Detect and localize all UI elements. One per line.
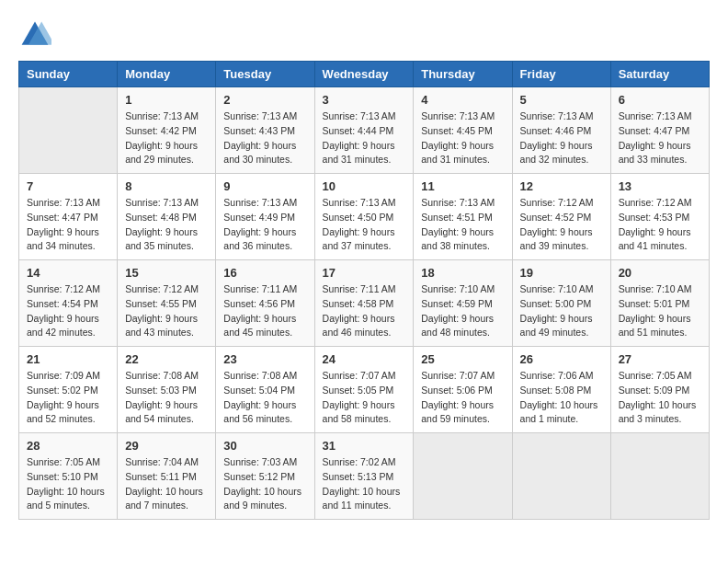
day-number: 2 bbox=[223, 93, 306, 107]
day-cell: 24Sunrise: 7:07 AMSunset: 5:05 PMDayligh… bbox=[314, 347, 414, 433]
day-number: 15 bbox=[125, 266, 208, 280]
day-info: Sunrise: 7:12 AMSunset: 4:53 PMDaylight:… bbox=[619, 196, 701, 254]
day-number: 16 bbox=[223, 266, 306, 280]
day-cell: 19Sunrise: 7:10 AMSunset: 5:00 PMDayligh… bbox=[512, 260, 610, 347]
day-info: Sunrise: 7:13 AMSunset: 4:49 PMDaylight:… bbox=[223, 196, 306, 254]
calendar-table: SundayMondayTuesdayWednesdayThursdayFrid… bbox=[18, 61, 710, 520]
day-number: 6 bbox=[619, 93, 701, 107]
day-info: Sunrise: 7:13 AMSunset: 4:47 PMDaylight:… bbox=[619, 109, 701, 167]
day-cell: 7Sunrise: 7:13 AMSunset: 4:47 PMDaylight… bbox=[19, 174, 118, 260]
day-number: 12 bbox=[520, 179, 603, 193]
day-info: Sunrise: 7:13 AMSunset: 4:51 PMDaylight:… bbox=[421, 196, 504, 254]
day-number: 22 bbox=[125, 352, 208, 366]
day-number: 23 bbox=[223, 352, 306, 366]
day-cell: 20Sunrise: 7:10 AMSunset: 5:01 PMDayligh… bbox=[610, 260, 709, 347]
day-cell: 25Sunrise: 7:07 AMSunset: 5:06 PMDayligh… bbox=[414, 347, 512, 433]
day-number: 30 bbox=[223, 439, 306, 453]
day-number: 10 bbox=[323, 179, 406, 193]
day-info: Sunrise: 7:12 AMSunset: 4:55 PMDaylight:… bbox=[125, 282, 208, 340]
day-info: Sunrise: 7:13 AMSunset: 4:46 PMDaylight:… bbox=[520, 109, 603, 167]
day-cell: 8Sunrise: 7:13 AMSunset: 4:48 PMDaylight… bbox=[118, 174, 216, 260]
day-cell: 17Sunrise: 7:11 AMSunset: 4:58 PMDayligh… bbox=[314, 260, 414, 347]
week-row-4: 21Sunrise: 7:09 AMSunset: 5:02 PMDayligh… bbox=[19, 347, 710, 433]
day-number: 3 bbox=[323, 93, 406, 107]
day-number: 4 bbox=[421, 93, 504, 107]
day-number: 5 bbox=[520, 93, 603, 107]
header-sunday: Sunday bbox=[19, 62, 118, 87]
header-friday: Friday bbox=[512, 62, 610, 87]
day-number: 11 bbox=[421, 179, 504, 193]
day-number: 1 bbox=[125, 93, 208, 107]
day-info: Sunrise: 7:13 AMSunset: 4:42 PMDaylight:… bbox=[125, 109, 208, 167]
day-cell: 28Sunrise: 7:05 AMSunset: 5:10 PMDayligh… bbox=[19, 433, 118, 520]
day-info: Sunrise: 7:13 AMSunset: 4:43 PMDaylight:… bbox=[223, 109, 306, 167]
header-monday: Monday bbox=[118, 62, 216, 87]
day-number: 13 bbox=[619, 179, 701, 193]
day-cell: 10Sunrise: 7:13 AMSunset: 4:50 PMDayligh… bbox=[314, 174, 414, 260]
day-cell bbox=[610, 433, 709, 520]
day-info: Sunrise: 7:13 AMSunset: 4:45 PMDaylight:… bbox=[421, 109, 504, 167]
header-thursday: Thursday bbox=[414, 62, 512, 87]
day-number: 21 bbox=[27, 352, 109, 366]
page-header bbox=[18, 18, 710, 52]
day-number: 25 bbox=[421, 352, 504, 366]
day-cell: 9Sunrise: 7:13 AMSunset: 4:49 PMDaylight… bbox=[216, 174, 314, 260]
day-cell: 18Sunrise: 7:10 AMSunset: 4:59 PMDayligh… bbox=[414, 260, 512, 347]
day-cell: 2Sunrise: 7:13 AMSunset: 4:43 PMDaylight… bbox=[216, 87, 314, 174]
day-cell: 26Sunrise: 7:06 AMSunset: 5:08 PMDayligh… bbox=[512, 347, 610, 433]
day-info: Sunrise: 7:07 AMSunset: 5:06 PMDaylight:… bbox=[421, 369, 504, 427]
day-info: Sunrise: 7:05 AMSunset: 5:10 PMDaylight:… bbox=[27, 455, 109, 513]
day-cell: 31Sunrise: 7:02 AMSunset: 5:13 PMDayligh… bbox=[314, 433, 414, 520]
day-info: Sunrise: 7:13 AMSunset: 4:44 PMDaylight:… bbox=[323, 109, 406, 167]
day-cell: 21Sunrise: 7:09 AMSunset: 5:02 PMDayligh… bbox=[19, 347, 118, 433]
day-cell: 30Sunrise: 7:03 AMSunset: 5:12 PMDayligh… bbox=[216, 433, 314, 520]
day-info: Sunrise: 7:13 AMSunset: 4:47 PMDaylight:… bbox=[27, 196, 109, 254]
day-info: Sunrise: 7:03 AMSunset: 5:12 PMDaylight:… bbox=[223, 455, 306, 513]
day-number: 9 bbox=[223, 179, 306, 193]
day-cell bbox=[512, 433, 610, 520]
day-info: Sunrise: 7:08 AMSunset: 5:03 PMDaylight:… bbox=[125, 369, 208, 427]
week-row-1: 1Sunrise: 7:13 AMSunset: 4:42 PMDaylight… bbox=[19, 87, 710, 174]
day-info: Sunrise: 7:11 AMSunset: 4:56 PMDaylight:… bbox=[223, 282, 306, 340]
day-cell: 29Sunrise: 7:04 AMSunset: 5:11 PMDayligh… bbox=[118, 433, 216, 520]
day-cell: 6Sunrise: 7:13 AMSunset: 4:47 PMDaylight… bbox=[610, 87, 709, 174]
day-info: Sunrise: 7:04 AMSunset: 5:11 PMDaylight:… bbox=[125, 455, 208, 513]
day-info: Sunrise: 7:12 AMSunset: 4:54 PMDaylight:… bbox=[27, 282, 109, 340]
day-cell: 14Sunrise: 7:12 AMSunset: 4:54 PMDayligh… bbox=[19, 260, 118, 347]
day-info: Sunrise: 7:07 AMSunset: 5:05 PMDaylight:… bbox=[323, 369, 406, 427]
day-cell: 12Sunrise: 7:12 AMSunset: 4:52 PMDayligh… bbox=[512, 174, 610, 260]
logo bbox=[18, 18, 57, 52]
day-number: 19 bbox=[520, 266, 603, 280]
day-number: 29 bbox=[125, 439, 208, 453]
header-wednesday: Wednesday bbox=[314, 62, 414, 87]
week-row-3: 14Sunrise: 7:12 AMSunset: 4:54 PMDayligh… bbox=[19, 260, 710, 347]
day-info: Sunrise: 7:13 AMSunset: 4:48 PMDaylight:… bbox=[125, 196, 208, 254]
day-cell bbox=[414, 433, 512, 520]
day-number: 18 bbox=[421, 266, 504, 280]
day-cell: 1Sunrise: 7:13 AMSunset: 4:42 PMDaylight… bbox=[118, 87, 216, 174]
day-number: 17 bbox=[323, 266, 406, 280]
day-number: 31 bbox=[323, 439, 406, 453]
day-cell: 13Sunrise: 7:12 AMSunset: 4:53 PMDayligh… bbox=[610, 174, 709, 260]
day-info: Sunrise: 7:06 AMSunset: 5:08 PMDaylight:… bbox=[520, 369, 603, 427]
day-info: Sunrise: 7:12 AMSunset: 4:52 PMDaylight:… bbox=[520, 196, 603, 254]
header-saturday: Saturday bbox=[610, 62, 709, 87]
day-cell: 5Sunrise: 7:13 AMSunset: 4:46 PMDaylight… bbox=[512, 87, 610, 174]
calendar-header-row: SundayMondayTuesdayWednesdayThursdayFrid… bbox=[19, 62, 710, 87]
day-info: Sunrise: 7:10 AMSunset: 4:59 PMDaylight:… bbox=[421, 282, 504, 340]
day-number: 14 bbox=[27, 266, 109, 280]
day-number: 20 bbox=[619, 266, 701, 280]
day-info: Sunrise: 7:10 AMSunset: 5:00 PMDaylight:… bbox=[520, 282, 603, 340]
day-number: 24 bbox=[323, 352, 406, 366]
day-number: 26 bbox=[520, 352, 603, 366]
day-cell: 16Sunrise: 7:11 AMSunset: 4:56 PMDayligh… bbox=[216, 260, 314, 347]
day-info: Sunrise: 7:02 AMSunset: 5:13 PMDaylight:… bbox=[323, 455, 406, 513]
day-cell: 23Sunrise: 7:08 AMSunset: 5:04 PMDayligh… bbox=[216, 347, 314, 433]
day-info: Sunrise: 7:05 AMSunset: 5:09 PMDaylight:… bbox=[619, 369, 701, 427]
day-cell: 27Sunrise: 7:05 AMSunset: 5:09 PMDayligh… bbox=[610, 347, 709, 433]
day-cell: 3Sunrise: 7:13 AMSunset: 4:44 PMDaylight… bbox=[314, 87, 414, 174]
day-cell: 22Sunrise: 7:08 AMSunset: 5:03 PMDayligh… bbox=[118, 347, 216, 433]
day-info: Sunrise: 7:10 AMSunset: 5:01 PMDaylight:… bbox=[619, 282, 701, 340]
day-info: Sunrise: 7:13 AMSunset: 4:50 PMDaylight:… bbox=[323, 196, 406, 254]
day-number: 8 bbox=[125, 179, 208, 193]
